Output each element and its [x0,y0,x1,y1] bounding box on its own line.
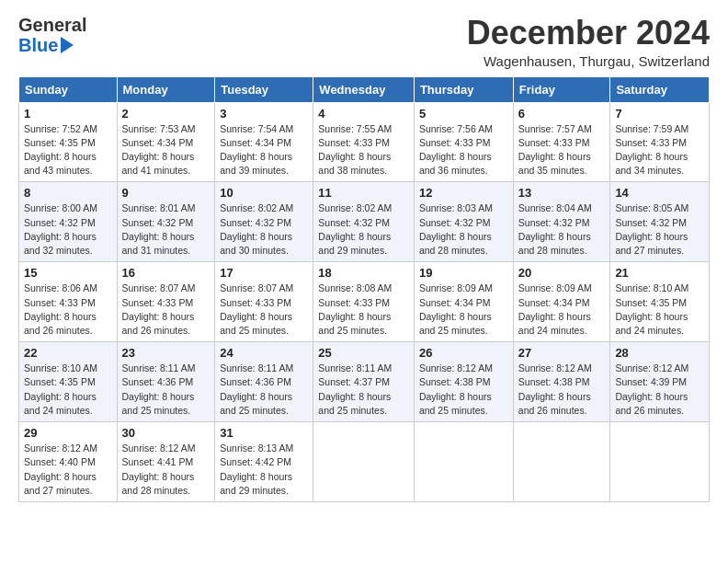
day-number: 16 [122,266,210,280]
week-row-3: 22Sunrise: 8:10 AMSunset: 4:35 PMDayligh… [19,342,710,422]
day-number: 24 [220,346,308,360]
title-area: December 2024 Wagenhausen, Thurgau, Swit… [467,15,710,69]
day-info: Sunrise: 8:12 AMSunset: 4:39 PMDaylight:… [615,362,704,418]
day-number: 31 [220,426,308,440]
day-info: Sunrise: 8:04 AMSunset: 4:32 PMDaylight:… [518,201,606,258]
calendar-cell: 2Sunrise: 7:53 AMSunset: 4:34 PMDaylight… [117,102,215,182]
week-row-2: 15Sunrise: 8:06 AMSunset: 4:33 PMDayligh… [19,262,710,342]
calendar-cell: 16Sunrise: 8:07 AMSunset: 4:33 PMDayligh… [117,262,215,342]
day-info: Sunrise: 8:10 AMSunset: 4:35 PMDaylight:… [615,282,704,338]
calendar-cell: 22Sunrise: 8:10 AMSunset: 4:35 PMDayligh… [19,342,118,422]
day-number: 21 [615,266,704,280]
col-header-tuesday: Tuesday [215,76,313,102]
day-info: Sunrise: 8:07 AMSunset: 4:33 PMDaylight:… [122,282,210,338]
day-info: Sunrise: 8:11 AMSunset: 4:36 PMDaylight:… [122,362,210,418]
day-number: 14 [615,186,704,200]
calendar-cell: 28Sunrise: 8:12 AMSunset: 4:39 PMDayligh… [610,342,710,422]
day-info: Sunrise: 8:12 AMSunset: 4:38 PMDaylight:… [518,362,606,418]
day-number: 28 [615,346,704,360]
calendar-cell: 5Sunrise: 7:56 AMSunset: 4:33 PMDaylight… [414,102,513,182]
calendar-cell: 12Sunrise: 8:03 AMSunset: 4:32 PMDayligh… [414,182,513,262]
day-number: 8 [24,186,112,200]
calendar-cell: 6Sunrise: 7:57 AMSunset: 4:33 PMDaylight… [513,102,610,182]
day-number: 5 [419,107,508,121]
subtitle: Wagenhausen, Thurgau, Switzerland [467,53,710,69]
main-title: December 2024 [467,15,710,52]
day-number: 29 [24,426,112,440]
day-number: 6 [518,107,606,121]
day-info: Sunrise: 8:02 AMSunset: 4:32 PMDaylight:… [220,201,308,258]
day-info: Sunrise: 8:11 AMSunset: 4:37 PMDaylight:… [318,362,409,418]
col-header-saturday: Saturday [610,76,710,102]
col-header-wednesday: Wednesday [313,76,415,102]
calendar-cell: 31Sunrise: 8:13 AMSunset: 4:42 PMDayligh… [215,422,313,502]
week-row-4: 29Sunrise: 8:12 AMSunset: 4:40 PMDayligh… [19,422,710,502]
day-info: Sunrise: 8:11 AMSunset: 4:36 PMDaylight:… [220,362,308,418]
day-info: Sunrise: 8:03 AMSunset: 4:32 PMDaylight:… [419,201,508,258]
calendar-cell [313,422,415,502]
header: General Blue December 2024 Wagenhausen, … [18,15,710,69]
calendar-cell: 8Sunrise: 8:00 AMSunset: 4:32 PMDaylight… [19,182,118,262]
day-info: Sunrise: 8:12 AMSunset: 4:38 PMDaylight:… [419,362,508,418]
week-row-1: 8Sunrise: 8:00 AMSunset: 4:32 PMDaylight… [19,182,710,262]
col-header-sunday: Sunday [19,76,118,102]
calendar-cell: 18Sunrise: 8:08 AMSunset: 4:33 PMDayligh… [313,262,415,342]
calendar-cell: 25Sunrise: 8:11 AMSunset: 4:37 PMDayligh… [313,342,415,422]
column-header-row: SundayMondayTuesdayWednesdayThursdayFrid… [19,76,710,102]
calendar-cell: 26Sunrise: 8:12 AMSunset: 4:38 PMDayligh… [414,342,513,422]
calendar-cell: 19Sunrise: 8:09 AMSunset: 4:34 PMDayligh… [414,262,513,342]
day-number: 23 [122,346,210,360]
calendar-cell [513,422,610,502]
day-number: 26 [419,346,508,360]
calendar-cell: 23Sunrise: 8:11 AMSunset: 4:36 PMDayligh… [117,342,215,422]
day-info: Sunrise: 8:09 AMSunset: 4:34 PMDaylight:… [419,282,508,338]
day-number: 9 [122,186,210,200]
day-info: Sunrise: 7:57 AMSunset: 4:33 PMDaylight:… [518,122,606,178]
calendar-cell: 29Sunrise: 8:12 AMSunset: 4:40 PMDayligh… [19,422,118,502]
col-header-monday: Monday [117,76,215,102]
col-header-thursday: Thursday [414,76,513,102]
day-number: 13 [518,186,606,200]
day-info: Sunrise: 7:59 AMSunset: 4:33 PMDaylight:… [615,122,704,178]
calendar-cell: 10Sunrise: 8:02 AMSunset: 4:32 PMDayligh… [215,182,313,262]
day-info: Sunrise: 8:09 AMSunset: 4:34 PMDaylight:… [518,282,606,338]
day-number: 30 [122,426,210,440]
day-number: 19 [419,266,508,280]
calendar-cell: 14Sunrise: 8:05 AMSunset: 4:32 PMDayligh… [610,182,710,262]
calendar-cell: 9Sunrise: 8:01 AMSunset: 4:32 PMDaylight… [117,182,215,262]
day-number: 25 [318,346,409,360]
calendar-cell: 1Sunrise: 7:52 AMSunset: 4:35 PMDaylight… [19,102,118,182]
calendar-cell: 17Sunrise: 8:07 AMSunset: 4:33 PMDayligh… [215,262,313,342]
day-info: Sunrise: 8:02 AMSunset: 4:32 PMDaylight:… [318,201,409,258]
week-row-0: 1Sunrise: 7:52 AMSunset: 4:35 PMDaylight… [19,102,710,182]
day-info: Sunrise: 8:13 AMSunset: 4:42 PMDaylight:… [220,442,308,498]
day-info: Sunrise: 8:01 AMSunset: 4:32 PMDaylight:… [122,201,210,258]
calendar-cell: 30Sunrise: 8:12 AMSunset: 4:41 PMDayligh… [117,422,215,502]
logo: General Blue [18,15,86,55]
day-info: Sunrise: 7:54 AMSunset: 4:34 PMDaylight:… [220,122,308,178]
calendar-table: SundayMondayTuesdayWednesdayThursdayFrid… [18,76,710,502]
day-info: Sunrise: 8:05 AMSunset: 4:32 PMDaylight:… [615,201,704,258]
day-number: 22 [24,346,112,360]
day-info: Sunrise: 7:53 AMSunset: 4:34 PMDaylight:… [122,122,210,178]
calendar-cell: 20Sunrise: 8:09 AMSunset: 4:34 PMDayligh… [513,262,610,342]
day-number: 4 [318,107,409,121]
calendar-cell: 24Sunrise: 8:11 AMSunset: 4:36 PMDayligh… [215,342,313,422]
logo-blue-row: Blue [18,35,86,55]
day-number: 15 [24,266,112,280]
day-number: 18 [318,266,409,280]
day-info: Sunrise: 7:52 AMSunset: 4:35 PMDaylight:… [24,122,112,178]
day-info: Sunrise: 7:56 AMSunset: 4:33 PMDaylight:… [419,122,508,178]
day-info: Sunrise: 8:07 AMSunset: 4:33 PMDaylight:… [220,282,308,338]
day-info: Sunrise: 8:12 AMSunset: 4:41 PMDaylight:… [122,442,210,498]
calendar-cell [610,422,710,502]
day-info: Sunrise: 8:00 AMSunset: 4:32 PMDaylight:… [24,201,112,258]
calendar-cell: 27Sunrise: 8:12 AMSunset: 4:38 PMDayligh… [513,342,610,422]
day-info: Sunrise: 8:12 AMSunset: 4:40 PMDaylight:… [24,442,112,498]
day-number: 10 [220,186,308,200]
calendar-cell [414,422,513,502]
day-number: 3 [220,107,308,121]
day-info: Sunrise: 8:06 AMSunset: 4:33 PMDaylight:… [24,282,112,338]
calendar-cell: 11Sunrise: 8:02 AMSunset: 4:32 PMDayligh… [313,182,415,262]
calendar-cell: 7Sunrise: 7:59 AMSunset: 4:33 PMDaylight… [610,102,710,182]
